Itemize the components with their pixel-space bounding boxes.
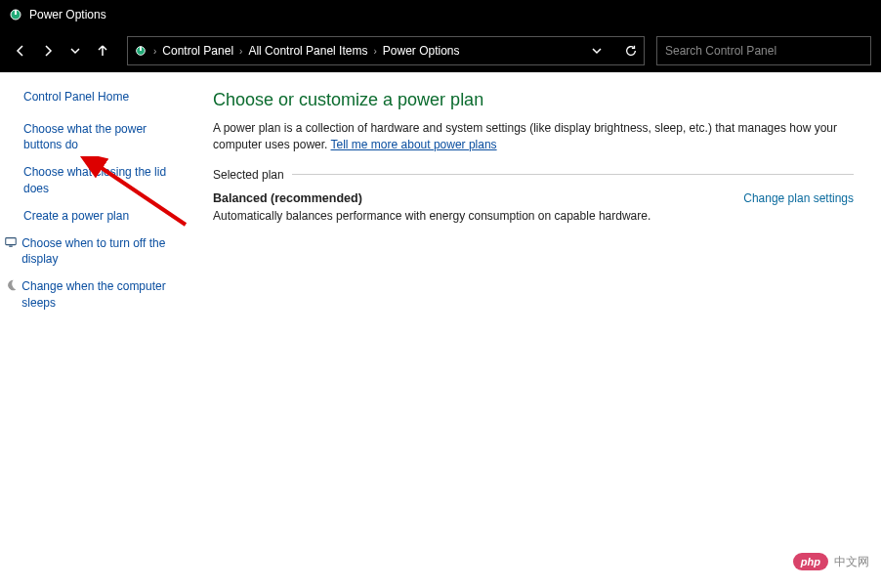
search-placeholder: Search Control Panel bbox=[665, 44, 776, 58]
refresh-button[interactable] bbox=[624, 44, 638, 58]
power-options-icon bbox=[8, 7, 23, 22]
page-heading: Choose or customize a power plan bbox=[213, 90, 854, 110]
sidebar-item-power-buttons[interactable]: Choose what the power buttons do bbox=[23, 121, 184, 152]
breadcrumb-item[interactable]: Power Options bbox=[383, 44, 460, 58]
address-bar[interactable]: › Control Panel › All Control Panel Item… bbox=[127, 36, 645, 65]
sidebar-item-create-plan[interactable]: Create a power plan bbox=[23, 208, 184, 224]
chevron-right-icon: › bbox=[239, 46, 242, 57]
divider bbox=[292, 174, 854, 175]
sidebar-item-label: Create a power plan bbox=[23, 208, 129, 224]
change-plan-settings-link[interactable]: Change plan settings bbox=[743, 191, 854, 205]
sidebar-item-sleep[interactable]: Change when the computer sleeps bbox=[23, 278, 184, 310]
content-area: Control Panel Home Choose what the power… bbox=[0, 72, 881, 588]
main-panel: Choose or customize a power plan A power… bbox=[195, 72, 881, 588]
titlebar: Power Options bbox=[0, 0, 881, 29]
search-input[interactable]: Search Control Panel bbox=[656, 36, 871, 65]
plan-name: Balanced (recommended) bbox=[213, 191, 650, 205]
watermark: php 中文网 bbox=[793, 553, 869, 570]
navbar: › Control Panel › All Control Panel Item… bbox=[0, 29, 881, 72]
power-options-icon bbox=[134, 44, 147, 58]
moon-icon bbox=[4, 278, 18, 292]
sidebar-item-display-off[interactable]: Choose when to turn off the display bbox=[23, 235, 184, 267]
plan-row: Balanced (recommended) Automatically bal… bbox=[213, 191, 854, 223]
forward-button[interactable] bbox=[37, 40, 59, 62]
sidebar-item-label: Change when the computer sleeps bbox=[21, 278, 184, 310]
watermark-text: 中文网 bbox=[834, 554, 869, 570]
sidebar-item-closing-lid[interactable]: Choose what closing the lid does bbox=[23, 164, 184, 195]
svg-rect-4 bbox=[6, 238, 17, 245]
section-label: Selected plan bbox=[213, 168, 854, 182]
svg-rect-1 bbox=[15, 10, 17, 15]
svg-rect-3 bbox=[140, 47, 142, 51]
address-dropdown[interactable] bbox=[591, 45, 603, 57]
chevron-right-icon: › bbox=[373, 46, 376, 57]
window-title: Power Options bbox=[29, 8, 106, 21]
monitor-icon bbox=[4, 235, 18, 249]
sidebar-item-label: Choose when to turn off the display bbox=[21, 235, 184, 267]
plan-description: Automatically balances performance with … bbox=[213, 209, 650, 223]
breadcrumb-item[interactable]: Control Panel bbox=[162, 44, 233, 58]
up-button[interactable] bbox=[92, 40, 113, 62]
svg-rect-5 bbox=[9, 245, 13, 246]
learn-more-link[interactable]: Tell me more about power plans bbox=[331, 138, 497, 151]
control-panel-home-link[interactable]: Control Panel Home bbox=[23, 90, 184, 104]
page-description: A power plan is a collection of hardware… bbox=[213, 120, 854, 154]
sidebar: Control Panel Home Choose what the power… bbox=[0, 72, 195, 588]
back-button[interactable] bbox=[10, 40, 31, 62]
recent-dropdown[interactable] bbox=[64, 40, 86, 62]
chevron-right-icon: › bbox=[153, 46, 156, 57]
watermark-badge: php bbox=[793, 553, 828, 570]
sidebar-item-label: Choose what the power buttons do bbox=[23, 121, 184, 152]
sidebar-item-label: Choose what closing the lid does bbox=[23, 164, 184, 195]
breadcrumb-item[interactable]: All Control Panel Items bbox=[248, 44, 367, 58]
